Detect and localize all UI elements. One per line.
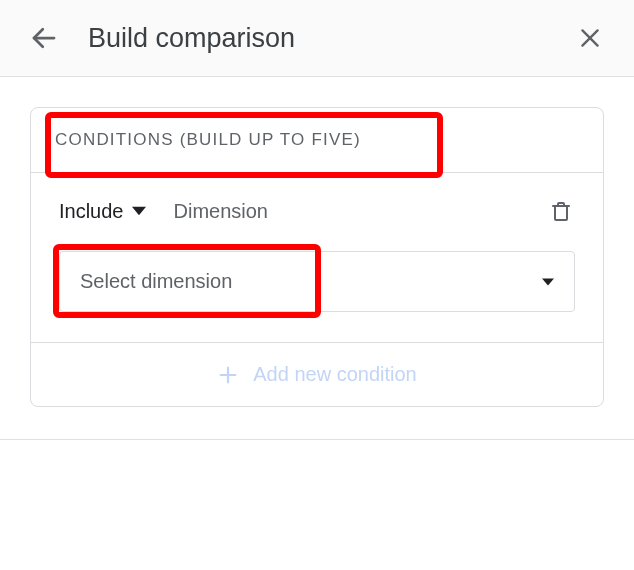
add-condition-label: Add new condition <box>253 363 416 386</box>
condition-controls: Include Dimension <box>59 197 575 225</box>
dimension-select-wrap: Select dimension <box>59 251 575 312</box>
back-button[interactable] <box>24 18 64 58</box>
panel-content: CONDITIONS (BUILD UP TO FIVE) Include Di… <box>0 77 634 437</box>
plus-icon <box>217 364 239 386</box>
arrow-left-icon <box>29 23 59 53</box>
dimension-select[interactable]: Select dimension <box>59 251 575 312</box>
condition-row: Include Dimension Select dimension <box>31 173 603 342</box>
caret-down-icon <box>542 276 554 288</box>
include-exclude-dropdown[interactable]: Include <box>59 200 146 223</box>
panel-title: Build comparison <box>88 23 570 54</box>
close-icon <box>577 25 603 51</box>
divider <box>0 439 634 440</box>
add-condition-button[interactable]: Add new condition <box>31 342 603 406</box>
delete-condition-button[interactable] <box>547 197 575 225</box>
dimension-type-label: Dimension <box>174 200 268 223</box>
conditions-card: CONDITIONS (BUILD UP TO FIVE) Include Di… <box>30 107 604 407</box>
conditions-header: CONDITIONS (BUILD UP TO FIVE) <box>31 108 603 173</box>
caret-down-icon <box>132 204 146 218</box>
conditions-section-label: CONDITIONS (BUILD UP TO FIVE) <box>55 130 361 150</box>
panel-header: Build comparison <box>0 0 634 77</box>
close-button[interactable] <box>570 18 610 58</box>
dimension-select-placeholder: Select dimension <box>80 270 232 293</box>
trash-icon <box>549 199 573 223</box>
include-label: Include <box>59 200 124 223</box>
